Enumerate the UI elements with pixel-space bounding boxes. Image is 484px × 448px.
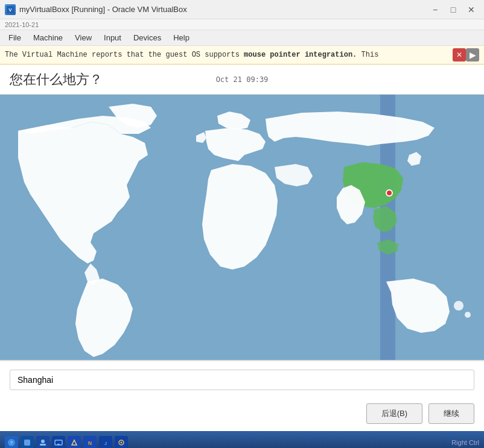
menu-file[interactable]: File [2, 31, 27, 45]
back-button[interactable]: 后退(B) [366, 403, 422, 424]
notification-text: The Virtual Machine reports that the gue… [5, 50, 450, 60]
buttons-area: 后退(B) 继续 [0, 399, 484, 431]
taskbar-icon-6[interactable]: N [83, 436, 97, 449]
input-area [0, 360, 484, 399]
notif-end: This [357, 51, 378, 59]
taskbar-icon-5[interactable] [68, 436, 81, 449]
menu-bar: File Machine View Input Devices Help [0, 30, 484, 46]
svg-text:?: ? [10, 441, 13, 445]
taskbar-icon-3[interactable] [36, 436, 49, 449]
world-map [0, 95, 484, 360]
svg-rect-9 [24, 440, 30, 446]
window-controls: − □ ✕ [427, 3, 479, 16]
svg-text:J: J [104, 441, 107, 446]
notif-that: that [127, 51, 144, 59]
notif-before: The Virtual Machine reports [5, 51, 127, 59]
menu-help[interactable]: Help [167, 31, 196, 45]
close-button[interactable]: ✕ [463, 3, 479, 16]
title-bar-left: V myVirtualBoxx [Running] - Oracle VM Vi… [5, 4, 187, 15]
taskbar-icon-8[interactable] [115, 436, 128, 449]
title-bar: V myVirtualBoxx [Running] - Oracle VM Vi… [0, 0, 484, 19]
svg-text:N: N [88, 440, 92, 446]
taskbar-icon-2[interactable] [21, 436, 34, 449]
right-ctrl-label: Right Ctrl [451, 439, 479, 446]
date-text: 2021-10-21 [5, 21, 39, 28]
map-container[interactable] [0, 95, 484, 360]
svg-rect-11 [40, 444, 46, 446]
taskbar-icon-1[interactable]: ? [5, 436, 18, 449]
window-title: myVirtualBoxx [Running] - Oracle VM Virt… [19, 5, 187, 14]
location-input[interactable] [10, 370, 474, 390]
taskbar-right: Right Ctrl [451, 439, 479, 446]
continue-button[interactable]: 继续 [428, 403, 474, 424]
notification-close-button[interactable]: ✕ [453, 48, 466, 62]
svg-rect-13 [57, 444, 60, 445]
menu-view[interactable]: View [69, 31, 98, 45]
menu-input[interactable]: Input [98, 31, 127, 45]
notification-bar: The Virtual Machine reports that the gue… [0, 46, 484, 65]
svg-point-4 [386, 190, 392, 196]
menu-devices[interactable]: Devices [127, 31, 167, 45]
taskbar: ? N J Right Ctrl [0, 431, 484, 448]
svg-point-5 [454, 301, 463, 311]
svg-point-17 [121, 441, 123, 443]
guest-clock: Oct 21 09:39 [216, 75, 269, 84]
notification-scroll-button[interactable]: ▶ [466, 48, 479, 62]
minimize-button[interactable]: − [427, 3, 443, 16]
svg-point-6 [465, 312, 471, 318]
menu-machine[interactable]: Machine [27, 31, 69, 45]
svg-point-10 [41, 440, 45, 443]
notif-middle: the guest OS supports [144, 51, 244, 59]
notif-bold: mouse pointer integration. [244, 51, 357, 59]
date-bar: 2021-10-21 [0, 19, 484, 30]
taskbar-icon-4[interactable] [52, 436, 65, 449]
taskbar-icons: ? N J [5, 436, 128, 449]
guest-header: Oct 21 09:39 您在什么地方？ [0, 65, 484, 95]
app-icon: V [5, 4, 16, 15]
svg-text:V: V [8, 7, 12, 13]
guest-title: 您在什么地方？ [10, 71, 103, 89]
maximize-button[interactable]: □ [445, 3, 461, 16]
taskbar-icon-7[interactable]: J [99, 436, 112, 449]
